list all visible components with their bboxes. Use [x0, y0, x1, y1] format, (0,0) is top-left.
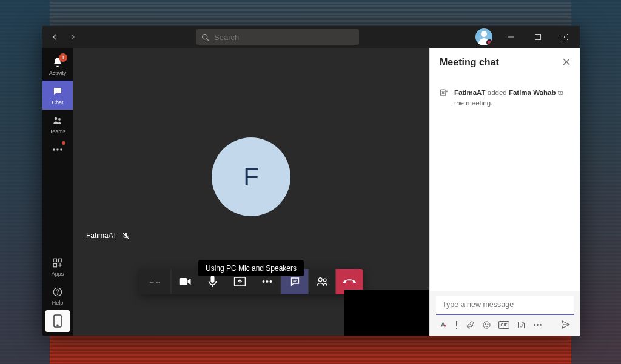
svg-point-44 [534, 324, 535, 326]
forward-button[interactable] [65, 30, 80, 44]
svg-point-46 [540, 324, 542, 326]
close-icon [563, 58, 570, 65]
hangup-icon [343, 278, 356, 285]
svg-point-45 [537, 324, 539, 326]
participant-avatar: F [212, 137, 290, 216]
svg-point-6 [55, 117, 58, 121]
rail-help[interactable]: Help [42, 281, 73, 310]
call-duration: --:-- [139, 269, 171, 294]
meeting-chat-panel: Meeting chat FatimaAT added Fatima Wahab… [429, 48, 580, 336]
participant-name-tag: FatimaAT [86, 231, 130, 240]
rail-label: Help [52, 300, 64, 306]
svg-point-10 [60, 148, 62, 151]
chat-subject: Fatima Wahab [509, 89, 556, 96]
system-message: FatimaAT added Fatima Wahab to the meeti… [440, 88, 570, 109]
svg-rect-36 [456, 328, 457, 329]
participants-button[interactable] [309, 269, 336, 294]
gif-icon: GIF [498, 321, 509, 329]
apps-icon [51, 256, 64, 270]
svg-point-0 [203, 34, 207, 39]
chat-icon [51, 85, 64, 98]
chat-bubble-icon [289, 276, 300, 287]
priority-button[interactable] [455, 320, 458, 329]
compose-input[interactable] [436, 296, 574, 315]
svg-rect-20 [179, 278, 187, 285]
emoji-button[interactable] [482, 320, 491, 329]
system-message-text: FatimaAT added Fatima Wahab to the meeti… [454, 88, 570, 109]
more-icon [51, 143, 64, 156]
paperclip-icon [466, 320, 475, 329]
chat-message-list: FatimaAT added Fatima Wahab to the meeti… [430, 77, 580, 291]
meeting-stage: F FatimaAT Using PC Mic and Speakers --:… [73, 48, 429, 336]
activity-badge: 1 [59, 53, 67, 62]
svg-rect-3 [535, 35, 541, 40]
rail-apps[interactable]: Apps [42, 252, 73, 281]
rail-more[interactable] [42, 139, 73, 160]
close-chat-button[interactable] [563, 57, 570, 68]
svg-rect-12 [59, 259, 62, 262]
maximize-button[interactable] [525, 27, 551, 47]
svg-point-34 [442, 91, 444, 93]
audio-device-tooltip: Using PC Mic and Speakers [198, 260, 304, 276]
svg-point-42 [520, 324, 520, 325]
svg-line-1 [207, 38, 209, 40]
send-icon [560, 320, 571, 329]
exclaim-icon [455, 320, 458, 329]
mobile-icon [53, 314, 62, 328]
sticker-button[interactable] [517, 320, 526, 329]
svg-rect-13 [53, 264, 56, 267]
mic-off-icon [122, 232, 130, 240]
svg-point-39 [488, 323, 488, 324]
back-button[interactable] [47, 30, 62, 44]
svg-point-30 [323, 279, 326, 282]
svg-text:GIF: GIF [501, 323, 508, 327]
participant-name-text: FatimaAT [86, 231, 117, 240]
help-icon [51, 285, 64, 299]
rail-activity[interactable]: 1 Activity [42, 51, 73, 81]
emoji-icon [482, 320, 491, 329]
rail-label: Apps [52, 271, 64, 277]
rail-teams[interactable]: Teams [42, 110, 73, 139]
svg-point-8 [53, 148, 55, 151]
share-icon [233, 277, 246, 286]
person-add-icon [440, 88, 448, 109]
svg-point-17 [57, 325, 58, 326]
minimize-button[interactable] [498, 27, 524, 47]
search-icon [201, 33, 209, 41]
rail-label: Teams [50, 128, 66, 134]
attach-button[interactable] [466, 320, 475, 329]
svg-point-38 [485, 323, 486, 324]
svg-point-29 [318, 278, 322, 282]
send-button[interactable] [560, 320, 571, 329]
svg-rect-11 [53, 259, 56, 262]
svg-point-25 [266, 280, 268, 283]
close-button[interactable] [552, 27, 577, 47]
format-button[interactable] [438, 320, 448, 329]
svg-rect-21 [210, 276, 214, 283]
search-box[interactable] [196, 29, 359, 45]
more-icon [533, 323, 542, 326]
chat-title: Meeting chat [440, 57, 499, 68]
presence-busy-icon [486, 39, 492, 45]
participant-initial: F [243, 162, 259, 191]
compose-more-button[interactable] [533, 323, 542, 326]
people-icon [316, 277, 328, 286]
teams-app-window: 1 Activity Chat Teams [42, 26, 580, 336]
chat-verb: added [486, 89, 509, 96]
rail-label: Activity [49, 70, 67, 76]
camera-icon [179, 277, 191, 286]
notification-dot-icon [62, 141, 65, 145]
rail-label: Chat [52, 99, 63, 105]
rail-chat[interactable]: Chat [42, 81, 73, 110]
camera-toggle-button[interactable] [172, 269, 199, 294]
chat-header: Meeting chat [430, 48, 580, 77]
format-icon [438, 320, 448, 329]
teams-icon [51, 114, 64, 127]
search-input[interactable] [214, 33, 354, 42]
profile-avatar[interactable] [475, 28, 492, 45]
rail-download-mobile[interactable] [45, 310, 70, 332]
gif-button[interactable]: GIF [498, 321, 509, 329]
svg-point-43 [522, 324, 523, 325]
svg-point-9 [56, 148, 59, 151]
app-rail: 1 Activity Chat Teams [42, 48, 73, 336]
